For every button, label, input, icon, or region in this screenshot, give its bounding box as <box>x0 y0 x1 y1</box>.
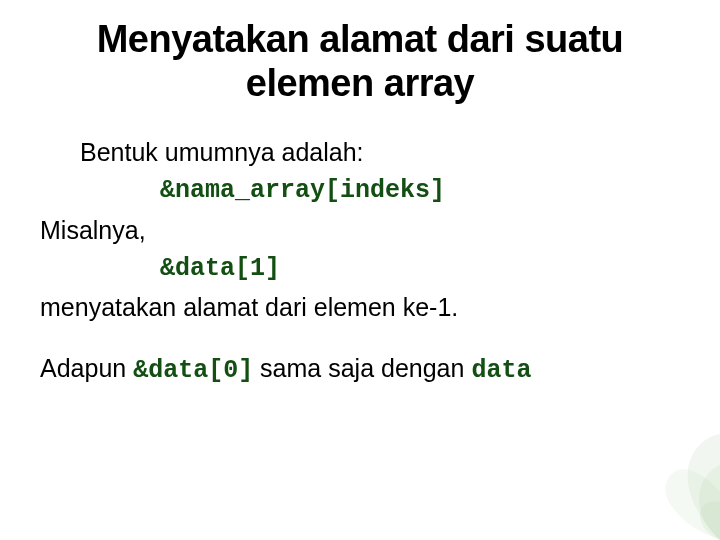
code-syntax: &nama_array[indeks] <box>40 172 680 211</box>
slide-content: Menyatakan alamat dari suatu elemen arra… <box>0 0 720 411</box>
text-line-final: Adapun &data[0] sama saja dengan data <box>40 349 680 391</box>
code-example-1: &data[1] <box>40 250 680 289</box>
text-line-example-label: Misalnya, <box>40 211 680 250</box>
code-example-2: &data[0] <box>133 356 253 385</box>
code-example-3: data <box>471 356 531 385</box>
text-fragment: sama saja dengan <box>253 354 471 382</box>
leaf-decoration-icon <box>550 400 720 540</box>
slide-title: Menyatakan alamat dari suatu elemen arra… <box>40 18 680 105</box>
text-line-intro: Bentuk umumnya adalah: <box>40 133 680 172</box>
text-fragment: Adapun <box>40 354 133 382</box>
slide-body: Bentuk umumnya adalah: &nama_array[indek… <box>40 133 680 391</box>
text-line-explain: menyatakan alamat dari elemen ke-1. <box>40 288 680 327</box>
